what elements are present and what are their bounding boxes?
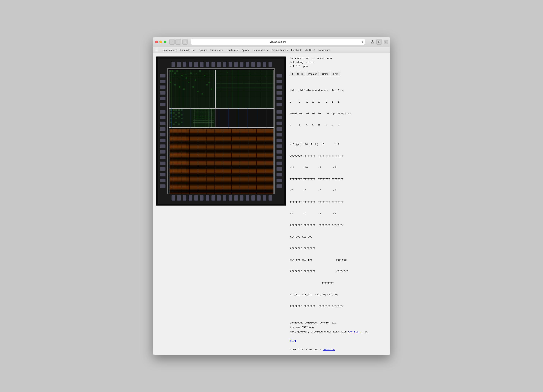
svg-rect-111 xyxy=(204,75,205,76)
svg-rect-78 xyxy=(277,156,282,159)
svg-rect-106 xyxy=(181,75,182,76)
svg-rect-10 xyxy=(183,62,186,67)
color-button[interactable]: Color xyxy=(320,72,330,76)
r14fiq-vals: ffffffff ffffffff ffffffff ffffffff xyxy=(290,305,383,308)
svg-rect-105 xyxy=(176,70,178,72)
chip-visualization[interactable] xyxy=(156,57,286,206)
svg-rect-67 xyxy=(277,91,282,95)
svg-rect-346 xyxy=(234,77,235,78)
svg-rect-43 xyxy=(269,195,272,201)
svg-rect-73 xyxy=(277,127,282,131)
fast-button[interactable]: Fast xyxy=(331,72,340,76)
svg-rect-44 xyxy=(160,74,165,78)
downloads-complete: Downloads complete, version 019 xyxy=(290,321,383,325)
svg-rect-12 xyxy=(194,62,198,67)
svg-rect-349 xyxy=(257,81,258,81)
close-button[interactable] xyxy=(155,40,158,43)
svg-rect-38 xyxy=(240,195,243,201)
svg-rect-64 xyxy=(277,74,282,78)
bookmark-apple[interactable]: Apple xyxy=(240,48,250,52)
bookmark-hardware[interactable]: Hardware xyxy=(225,48,240,52)
svg-rect-31 xyxy=(200,195,204,201)
svg-rect-9 xyxy=(177,62,181,67)
svg-rect-107 xyxy=(186,77,187,79)
svg-rect-343 xyxy=(211,75,212,76)
bookmark-hardwareluxx2[interactable]: Hardwareluxx xyxy=(251,48,270,52)
address-bar[interactable]: visual6502.org ↺ xyxy=(191,39,365,45)
svg-rect-59 xyxy=(160,162,165,165)
svg-rect-160 xyxy=(175,122,177,123)
svg-rect-339 xyxy=(185,74,186,75)
svg-rect-122 xyxy=(211,88,212,90)
r7-r4-labels: r7 r6 r5 r4 xyxy=(290,189,383,193)
svg-rect-152 xyxy=(181,114,182,116)
forward-button[interactable]: › xyxy=(175,39,181,45)
svg-rect-48 xyxy=(160,97,165,100)
page-content: Mousewheel or Z,X keys: zoom Left-drag: … xyxy=(153,53,390,355)
bookmark-messenger[interactable]: Messenger xyxy=(317,48,331,52)
svg-rect-145 xyxy=(175,109,177,111)
donate-prefix: Like this? Consider a xyxy=(290,348,321,351)
apps-grid[interactable] xyxy=(155,49,158,51)
bookmark-sueddeutsche[interactable]: Süddeutsche xyxy=(208,48,225,52)
share-button[interactable] xyxy=(370,39,375,45)
url-text: visual6502.org xyxy=(270,40,286,43)
svg-rect-338 xyxy=(177,78,178,79)
minimize-button[interactable] xyxy=(159,40,162,43)
svg-rect-119 xyxy=(197,91,199,92)
svg-rect-71 xyxy=(277,116,282,119)
maximize-button[interactable] xyxy=(164,40,166,43)
svg-rect-143 xyxy=(170,109,172,111)
svg-rect-37 xyxy=(234,195,238,201)
svg-rect-22 xyxy=(251,62,255,67)
svg-rect-13 xyxy=(200,62,204,67)
r15-r12-vals: 0000003c ffffffff ffffffff ffffffff xyxy=(290,154,383,158)
back-button[interactable]: ‹ xyxy=(169,39,175,45)
svg-rect-16 xyxy=(217,62,221,67)
svg-rect-146 xyxy=(178,109,180,111)
svg-rect-51 xyxy=(160,116,165,119)
bookmark-facebook[interactable]: Facebook xyxy=(290,48,303,52)
svg-rect-42 xyxy=(263,195,266,201)
donate-link[interactable]: donation xyxy=(323,348,335,351)
svg-rect-1 xyxy=(184,42,186,42)
svg-rect-33 xyxy=(211,195,215,201)
bookmark-hardwareluxx[interactable]: Hardwareluxx xyxy=(161,48,178,52)
svg-marker-355 xyxy=(302,73,303,75)
reload-button[interactable]: ↺ xyxy=(361,40,363,43)
svg-rect-121 xyxy=(206,84,208,85)
svg-rect-116 xyxy=(183,88,185,90)
instruction-rotate: Left-drag: rotate xyxy=(290,61,383,64)
step-button[interactable] xyxy=(296,72,300,76)
svg-rect-157 xyxy=(181,118,182,119)
title-bar-right xyxy=(368,39,382,45)
svg-rect-155 xyxy=(175,118,177,119)
play-button[interactable] xyxy=(290,72,296,76)
svg-rect-34 xyxy=(217,195,221,201)
r10fiq-cont-vals: ffffffff xyxy=(290,281,383,285)
svg-rect-36 xyxy=(229,195,232,201)
svg-rect-56 xyxy=(160,144,165,148)
pop-out-button[interactable]: Pop out xyxy=(306,72,319,76)
bookmark-spiegel[interactable]: Spiegel xyxy=(197,48,208,52)
svg-rect-25 xyxy=(269,62,272,67)
svg-rect-79 xyxy=(277,162,282,165)
blog-link[interactable]: Blog xyxy=(290,339,296,342)
bookmark-forum-de-luxx[interactable]: Forum de Luxx xyxy=(179,48,197,52)
svg-rect-29 xyxy=(189,195,192,201)
duplicate-tab-button[interactable] xyxy=(376,39,382,45)
svg-rect-316 xyxy=(170,129,274,193)
svg-rect-65 xyxy=(277,80,282,83)
bookmark-datenvolumen[interactable]: Datenvolumen xyxy=(270,48,289,52)
sidebar-button[interactable] xyxy=(182,39,188,45)
svg-rect-54 xyxy=(160,133,165,136)
svg-rect-69 xyxy=(277,102,282,106)
svg-rect-15 xyxy=(211,62,215,67)
svg-rect-46 xyxy=(160,85,165,89)
fast-forward-button[interactable] xyxy=(300,72,305,76)
svg-rect-159 xyxy=(173,124,175,125)
new-tab-button[interactable]: + xyxy=(384,40,388,44)
bookmark-myfritz[interactable]: MyFRITZ! xyxy=(303,48,317,52)
arm-link[interactable]: ARM Ltd. xyxy=(348,330,360,333)
svg-rect-63 xyxy=(160,184,165,188)
